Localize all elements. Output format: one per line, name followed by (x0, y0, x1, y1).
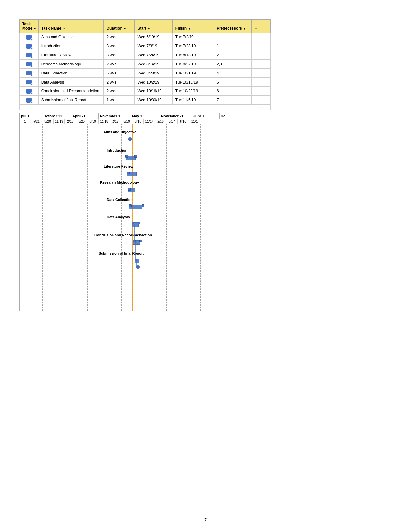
task-mode-cell (20, 33, 39, 42)
th-taskmode-label: Task Mode (22, 22, 32, 31)
tl-sub-10: 5/19 (121, 119, 132, 124)
task-extra-cell (252, 69, 271, 78)
connectors-svg (20, 124, 374, 311)
th-taskname-label: Task Name (41, 26, 61, 31)
gantt-dot-4 (128, 188, 131, 191)
tl-sub-11: 8/18 (132, 119, 144, 124)
task-extra-cell (252, 78, 271, 87)
task-mode-cell (20, 78, 39, 87)
filter-icon-taskname[interactable]: ▾ (63, 27, 65, 30)
tl-sec-6: November 21 (160, 113, 192, 119)
gantt-dot-2b (134, 155, 137, 158)
filter-icon-finish[interactable]: ▾ (189, 27, 190, 30)
th-start[interactable]: Start ▾ (135, 20, 172, 33)
gantt-milestone-1 (128, 137, 132, 142)
tl-sub-9: 2/17 (110, 119, 121, 124)
task-finish-cell: Tue 7/2/19 (172, 33, 214, 42)
vline-14 (178, 124, 178, 311)
gantt-dot-5a (129, 204, 132, 207)
tl-sub-8: 11/18 (99, 119, 110, 124)
task-predecessors-cell: 2,3 (214, 60, 251, 69)
gantt-label-7: Conclusion and Recommendetion (94, 233, 152, 237)
table-row: Conclusion and Recommendetion2 wksWed 10… (20, 86, 271, 95)
task-duration-cell: 3 wks (104, 42, 135, 51)
task-icon (26, 62, 32, 66)
vline-16 (200, 124, 201, 311)
task-start-cell: Wed 10/30/19 (135, 95, 172, 104)
task-predecessors-cell: 1 (214, 42, 251, 51)
tl-sub-15: 8/16 (178, 119, 189, 124)
gantt-dot-6b (138, 222, 140, 224)
gantt-dot-8a (135, 259, 137, 261)
task-predecessors-cell: 6 (214, 86, 251, 95)
tl-sec-7: June 1 (192, 113, 220, 119)
gantt-label-6: Data Analysis (107, 215, 130, 219)
task-finish-cell: Tue 10/29/19 (172, 86, 214, 95)
task-mode-cell (20, 60, 39, 69)
vline-2 (42, 124, 43, 311)
gantt-dot-7b (139, 240, 142, 242)
vline-15 (189, 124, 189, 311)
tl-sub-3: 8/20 (42, 119, 54, 124)
gantt-table: Task Mode ▾ Task Name ▾ Duration ▾ Start… (19, 19, 271, 105)
tl-sec-8: De (220, 113, 236, 119)
th-taskname[interactable]: Task Name ▾ (38, 20, 104, 33)
task-icon (26, 80, 32, 84)
gantt-label-1: Aims and Objective (103, 130, 136, 134)
task-icon (26, 44, 32, 49)
tl-sub-5: 2/18 (65, 119, 76, 124)
task-name-cell: Research Methodology (38, 60, 104, 69)
th-duration-label: Duration (106, 26, 122, 31)
task-name-cell: Conclusion and Recommendetion (38, 86, 104, 95)
task-icon (26, 71, 32, 75)
task-extra-cell (252, 42, 271, 51)
table-row: Research Methodology2 wksWed 8/14/19Tue … (20, 60, 271, 69)
gantt-dot-2a (125, 155, 128, 158)
task-extra-cell (252, 60, 271, 69)
task-predecessors-cell: 2 (214, 51, 251, 60)
task-duration-cell: 2 wks (104, 78, 135, 87)
task-finish-cell: Tue 10/1/19 (172, 69, 214, 78)
task-finish-cell: Tue 11/5/19 (172, 95, 214, 104)
task-start-cell: Wed 10/16/19 (135, 86, 172, 95)
task-duration-cell: 1 wk (104, 95, 135, 104)
tl-sub-6: 5/20 (76, 119, 87, 124)
current-date-line (132, 124, 133, 311)
gantt-label-4: Research Methodology (100, 181, 139, 184)
task-name-cell: Introduction (38, 42, 104, 51)
vline-4 (65, 124, 65, 311)
gantt-dot-6a (132, 222, 134, 224)
page-number: 7 (204, 518, 207, 522)
th-predecessors[interactable]: Predecessors ▾ (214, 20, 251, 33)
filter-icon-predecessors[interactable]: ▾ (244, 27, 245, 30)
task-start-cell: Wed 7/24/19 (135, 51, 172, 60)
filter-icon-start[interactable]: ▾ (148, 27, 150, 30)
vline-1 (31, 124, 31, 311)
task-extra-cell (252, 86, 271, 95)
task-name-cell: Literature Review (38, 51, 104, 60)
th-duration[interactable]: Duration ▾ (104, 20, 135, 33)
tl-sub-2: 5/21 (31, 119, 42, 124)
gantt-dot-5b (142, 204, 144, 207)
tl-sec-2: October 11 (42, 113, 71, 119)
th-taskmode[interactable]: Task Mode ▾ (20, 20, 39, 33)
gantt-label-3: Literature Review (104, 164, 133, 168)
vline-12 (155, 124, 155, 311)
vline-13 (166, 124, 167, 311)
filter-icon-taskmode[interactable]: ▾ (34, 27, 36, 30)
gantt-dot-7a (133, 240, 136, 242)
tl-sub-4: 11/19 (54, 119, 65, 124)
vline-11 (144, 124, 144, 311)
th-finish[interactable]: Finish ▾ (172, 20, 214, 33)
filter-icon-duration[interactable]: ▾ (124, 27, 126, 30)
th-predecessors-label: Predecessors (217, 26, 242, 31)
tl-sec-3: April 21 (71, 113, 99, 119)
task-mode-cell (20, 86, 39, 95)
vline-center (136, 124, 136, 311)
th-extra: F (252, 20, 271, 33)
task-extra-cell (252, 51, 271, 60)
task-start-cell: Wed 8/14/19 (135, 60, 172, 69)
tl-sec-5: May 11 (131, 113, 160, 119)
table-row: Introduction3 wksWed 7/3/19Tue 7/23/191 (20, 42, 271, 51)
task-icon (26, 98, 32, 103)
